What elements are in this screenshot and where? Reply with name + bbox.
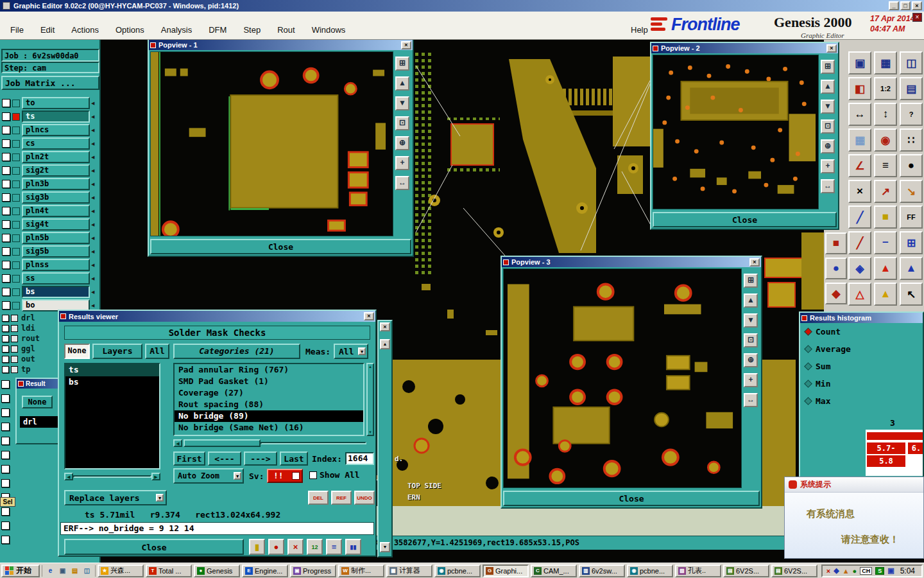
taskbar-task-button[interactable]: ▥ 6v2sw... [579, 565, 625, 577]
menu-item[interactable]: Edit [40, 25, 55, 35]
category-vertical-scrollbar[interactable]: ▲▼ [366, 363, 374, 436]
results-action-button[interactable]: ▮ [249, 539, 265, 555]
layer-row[interactable]: to ◀ [0, 96, 101, 110]
menu-item[interactable]: Step [243, 25, 261, 35]
menu-help[interactable]: Help [631, 25, 648, 35]
layer-visibility-checkbox[interactable] [2, 180, 10, 188]
layer-visibility-checkbox[interactable] [2, 126, 10, 134]
layer-checkbox[interactable] [1, 536, 10, 544]
taskbar-task-button[interactable]: ▣ Progress [290, 565, 336, 577]
popview-tool-button[interactable]: ▲ [744, 293, 758, 308]
toolbar-icon-button[interactable]: ↗ [874, 180, 897, 203]
category-item[interactable]: SMD Pad Gasket (1) [175, 376, 363, 387]
index-input[interactable]: 1664 [345, 452, 374, 465]
aux-layer-name[interactable]: ldi [21, 324, 35, 333]
popview-2-titlebar[interactable]: Popview - 2 × [651, 43, 838, 53]
show-all-option[interactable]: Show All [309, 470, 360, 480]
notification-header[interactable]: 系统提示 [785, 477, 923, 493]
filter-none-button[interactable]: None [64, 344, 90, 359]
categories-button[interactable]: Categories (21) [173, 344, 300, 359]
scroll-left-icon[interactable]: ◀ [173, 439, 182, 447]
aux-layer-name[interactable]: out [21, 355, 35, 363]
toolbar-icon-button[interactable]: ↘ [900, 180, 923, 203]
start-button[interactable]: 开始 [1, 565, 40, 577]
quick-launch-icon[interactable]: e [46, 566, 55, 575]
aux-layer-checkbox[interactable] [2, 356, 9, 363]
popview-tool-button[interactable]: ↔ [395, 176, 409, 190]
minimize-icon[interactable]: _ [889, 1, 899, 10]
layer-name-button[interactable]: ss [22, 272, 90, 285]
results-close-button[interactable]: Close [64, 539, 244, 555]
popview-tool-button[interactable]: ⊕ [821, 139, 835, 153]
layer-name-button[interactable]: plnss [22, 259, 90, 271]
layer-color-chip[interactable] [12, 221, 20, 229]
show-all-checkbox[interactable] [309, 471, 317, 479]
toolbar-icon-button[interactable]: ↕ [874, 103, 897, 126]
popview-2-view[interactable] [653, 55, 819, 209]
toolbar-icon-button[interactable]: ╱ [848, 231, 871, 254]
layer-name-button[interactable]: ts [22, 110, 90, 123]
layer-color-chip[interactable] [12, 288, 20, 296]
toolbar-icon-button[interactable]: ◈ [848, 257, 871, 280]
aux-layer-checkbox[interactable] [2, 325, 9, 332]
results-action-button[interactable]: 12 [307, 539, 323, 555]
edit-tool-button[interactable]: REF [331, 491, 352, 505]
toolbar-icon-button[interactable]: FF [900, 206, 923, 229]
toolbar-icon-button[interactable]: ▦ [848, 128, 871, 152]
histogram-option[interactable]: Average [800, 340, 864, 358]
layer-checkbox[interactable] [1, 521, 10, 530]
menu-item[interactable]: DFM [209, 25, 227, 35]
results-action-button[interactable]: × [287, 539, 304, 555]
layer-visibility-checkbox[interactable] [2, 274, 10, 283]
popview-tool-button[interactable]: ⊞ [821, 60, 835, 74]
layer-visibility-checkbox[interactable] [2, 166, 10, 175]
maximize-icon[interactable]: □ [900, 1, 911, 10]
popview-tool-button[interactable]: + [821, 159, 835, 173]
tray-icon[interactable]: ● [853, 567, 857, 575]
taskbar-task-button[interactable]: T Total ... [146, 565, 192, 577]
quick-launch-icon[interactable]: ▤ [70, 566, 80, 575]
layer-row[interactable]: sig2t ◀ [0, 164, 101, 177]
layer-list-scrollbar[interactable]: ◀ ▶ [64, 472, 160, 481]
toolbar-icon-button[interactable]: ◆ [825, 283, 847, 304]
layer-checkbox[interactable] [1, 394, 10, 403]
aux-layer-checkbox[interactable] [2, 315, 9, 322]
aux-layer-name[interactable]: drl [21, 313, 35, 322]
meas-dropdown[interactable]: All ▼ [334, 344, 368, 359]
layer-row[interactable]: plnss ◀ [0, 258, 101, 272]
toolbar-icon-button[interactable]: ■ [825, 232, 847, 254]
close-icon[interactable]: × [401, 41, 411, 49]
close-icon[interactable]: × [380, 322, 390, 331]
layer-color-chip[interactable] [12, 180, 20, 188]
taskbar-task-button[interactable]: ● Genesis [194, 565, 240, 577]
layer-color-chip[interactable] [12, 275, 20, 283]
tray-icon[interactable]: ▣ [887, 566, 894, 575]
filter-all-button[interactable]: All [145, 344, 169, 359]
notification-message-2[interactable]: 请注意查收！ [841, 534, 899, 546]
layer-color-chip[interactable] [12, 100, 20, 107]
layer-checkbox[interactable] [1, 451, 10, 459]
results-action-button[interactable]: ▮▮ [345, 539, 361, 555]
toolbar-icon-button[interactable]: ≡ [874, 154, 897, 177]
toolbar-icon-button[interactable]: ▣ [848, 51, 871, 74]
layer-name-button[interactable]: sig4t [22, 218, 90, 231]
layer-row[interactable]: pln5b ◀ [0, 231, 101, 245]
layer-row[interactable]: pln3b ◀ [0, 177, 101, 191]
results-viewer-titlebar[interactable]: Results viewer × [59, 311, 375, 322]
toolbar-icon-button[interactable]: ▤ [900, 77, 923, 100]
toolbar-icon-button[interactable]: ● [825, 258, 847, 279]
layer-name-button[interactable]: pln5b [22, 232, 90, 244]
popview-tool-button[interactable]: + [744, 373, 758, 387]
layer-row[interactable]: sig4t ◀ [0, 218, 101, 231]
layer-row[interactable]: ss ◀ [0, 272, 101, 285]
histogram-titlebar[interactable]: Results histogram [800, 313, 923, 323]
layer-name-button[interactable]: bs [22, 286, 90, 298]
results-action-button[interactable]: ≡ [326, 539, 342, 555]
layer-color-chip[interactable] [12, 194, 20, 202]
popview-tool-button[interactable]: ⊕ [395, 136, 409, 150]
filter-layers-button[interactable]: Layers [92, 344, 142, 359]
layer-checkbox[interactable] [1, 507, 10, 516]
results-action-button[interactable]: ● [268, 539, 284, 555]
scroll-down-icon[interactable]: ▼ [380, 542, 390, 552]
layer-color-chip[interactable] [12, 113, 20, 121]
